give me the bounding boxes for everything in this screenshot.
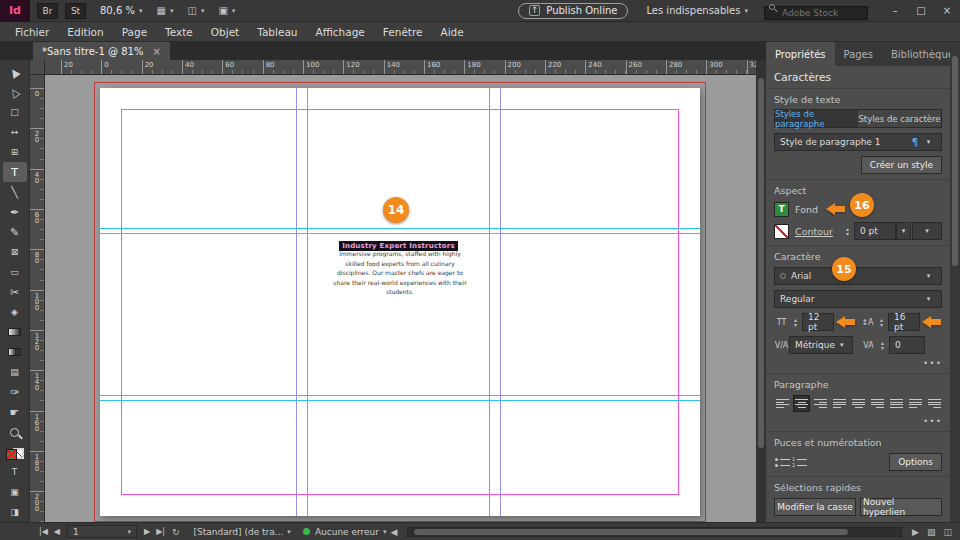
view-options-icon[interactable]: ▦	[156, 5, 173, 16]
workspace-switcher[interactable]: Les indispensables	[646, 5, 748, 16]
align-away-spine-button[interactable]	[926, 395, 943, 412]
hand-tool[interactable]: ☛	[3, 402, 27, 422]
body-text-frame[interactable]: Immersive programs, staffed with highly …	[330, 249, 470, 297]
styles-paragraphe-tab[interactable]: Styles de paragraphe	[775, 110, 858, 127]
modifier-la-casse-button[interactable]: Modifier la casse	[774, 498, 856, 516]
tab-proprietes[interactable]: Propriétés	[766, 42, 835, 66]
menu-item[interactable]: Objet	[202, 26, 248, 38]
document-tab[interactable]: *Sans titre-1 @ 81% ×	[33, 42, 170, 60]
leading-stepper[interactable]	[877, 314, 886, 330]
fill-swatch[interactable]: T	[774, 202, 789, 217]
panel-scrollbar[interactable]	[950, 42, 960, 522]
font-size-field[interactable]: 12 pt	[802, 313, 834, 331]
chevron-down-icon[interactable]	[921, 134, 936, 150]
next-page-button[interactable]: ▶	[141, 527, 153, 536]
contour-label[interactable]: Contour	[795, 226, 833, 237]
page-number-dropdown[interactable]: 1	[67, 525, 137, 538]
align-right-button[interactable]	[812, 395, 829, 412]
eyedropper-tool[interactable]: ✑	[3, 382, 27, 402]
zoom-tool[interactable]	[3, 422, 27, 442]
tracking-stepper[interactable]	[878, 337, 887, 353]
formatting-affects-text-button[interactable]: T	[3, 462, 27, 482]
publish-online-button[interactable]: ↑ Publish Online	[518, 3, 628, 19]
screen-mode-button[interactable]: ◨	[3, 502, 27, 522]
styles-caractere-tab[interactable]: Styles de caractère	[858, 110, 941, 127]
preflight-menu-icon[interactable]: ↻	[168, 527, 184, 537]
selection-tool[interactable]: ▲	[3, 62, 27, 82]
maximize-button[interactable]: □	[908, 0, 934, 22]
free-transform-tool[interactable]: ◈	[3, 302, 27, 322]
bridge-button[interactable]: Br	[37, 3, 58, 19]
justify-right-button[interactable]	[869, 395, 886, 412]
menu-item[interactable]: Fenêtre	[374, 26, 432, 38]
preflight-profile-dropdown[interactable]: [Standard] (de tra...	[194, 527, 291, 537]
paragraph-style-dropdown[interactable]: Style de paragraphe 1 ¶	[774, 133, 942, 151]
font-style-dropdown[interactable]: Regular	[774, 290, 942, 308]
chevron-down-icon[interactable]	[835, 338, 849, 352]
scroll-left-arrow[interactable]: ◀	[387, 527, 402, 537]
align-center-button[interactable]	[793, 395, 810, 412]
menu-item[interactable]: Page	[113, 26, 156, 38]
previous-page-button[interactable]: ◀	[51, 527, 63, 536]
more-options-caractere[interactable]: •••	[774, 358, 942, 368]
ruler-guide[interactable]	[100, 395, 700, 396]
direct-selection-tool[interactable]: △	[3, 82, 27, 102]
pen-tool[interactable]: ✒	[3, 202, 27, 222]
note-tool[interactable]: ▤	[3, 362, 27, 382]
close-button[interactable]: ×	[934, 0, 960, 22]
nouvel-hyperlien-button[interactable]: Nouvel hyperlien	[860, 498, 942, 516]
vertical-ruler[interactable]: 020406080100120140160180200	[30, 75, 45, 522]
font-family-dropdown[interactable]: Arial	[774, 267, 942, 285]
scrollbar-thumb[interactable]	[952, 56, 958, 266]
close-tab-icon[interactable]: ×	[152, 46, 160, 57]
screen-mode-icon[interactable]: ◫	[187, 5, 204, 16]
font-size-stepper[interactable]	[791, 314, 800, 330]
horizontal-scrollbar[interactable]	[407, 527, 902, 537]
gradient-swatch-tool[interactable]	[3, 322, 27, 342]
minimize-button[interactable]: –	[882, 0, 908, 22]
menu-item[interactable]: Affichage	[306, 26, 373, 38]
more-options-paragraphe[interactable]: •••	[774, 416, 942, 426]
rectangle-tool[interactable]: ▭	[3, 262, 27, 282]
menu-item[interactable]: Edition	[58, 26, 112, 38]
scroll-right-arrow[interactable]: ▶	[908, 527, 923, 537]
justify-all-button[interactable]	[888, 395, 905, 412]
ruler-origin[interactable]	[30, 60, 45, 75]
scissors-tool[interactable]: ✂	[3, 282, 27, 302]
stroke-type-dropdown[interactable]	[912, 222, 942, 240]
document-canvas[interactable]: Industry Expert Instructors Immersive pr…	[45, 75, 756, 522]
page-tool[interactable]: □	[3, 102, 27, 122]
tab-bibliotheques[interactable]: Bibliothèques	[882, 42, 950, 66]
align-left-button[interactable]	[774, 395, 791, 412]
kerning-dropdown[interactable]: Métrique	[789, 336, 853, 354]
horizontal-ruler[interactable]: 2002040608010012014016018020022024026028…	[45, 60, 756, 75]
options-button[interactable]: Options	[889, 453, 942, 471]
normal-view-button[interactable]: ▣	[3, 482, 27, 502]
spread-view-icon[interactable]: ◫	[939, 527, 956, 537]
rectangle-frame-tool[interactable]: ⊠	[3, 242, 27, 262]
ruler-guide[interactable]	[100, 228, 700, 229]
menu-item[interactable]: Fichier	[6, 26, 58, 38]
content-collector-tool[interactable]: ⊞	[3, 142, 27, 162]
tab-pages[interactable]: Pages	[835, 42, 882, 66]
scrollbar-thumb[interactable]	[414, 529, 847, 535]
stroke-weight-stepper[interactable]	[843, 223, 852, 239]
bulleted-list-button[interactable]	[774, 454, 791, 471]
fond-label[interactable]: Fond	[795, 204, 818, 215]
view-pages-icon[interactable]: ▨	[923, 527, 940, 537]
stock-search-input[interactable]	[764, 6, 868, 20]
gradient-feather-tool[interactable]	[3, 342, 27, 362]
justify-center-button[interactable]	[850, 395, 867, 412]
menu-item[interactable]: Texte	[156, 26, 202, 38]
menu-item[interactable]: Aide	[432, 26, 473, 38]
scrollbar-thumb[interactable]	[758, 78, 764, 448]
fill-stroke-proxy[interactable]	[6, 449, 24, 459]
first-page-button[interactable]: |◀	[36, 527, 51, 536]
creer-un-style-button[interactable]: Créer un style	[861, 156, 942, 174]
stroke-weight-field[interactable]: 0 pt	[854, 222, 896, 240]
justify-left-button[interactable]	[831, 395, 848, 412]
fill-proxy-swatch[interactable]	[6, 449, 17, 460]
error-status-dropdown[interactable]: Aucune erreur	[315, 527, 387, 537]
tracking-field[interactable]: 0	[889, 336, 925, 354]
leading-field[interactable]: 16 pt	[888, 313, 920, 331]
